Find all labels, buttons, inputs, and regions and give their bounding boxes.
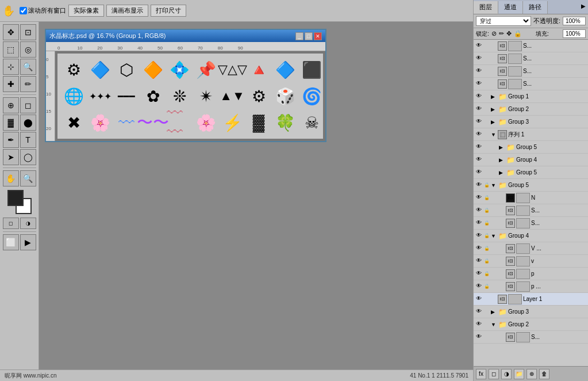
layer-visibility-icon[interactable]: 👁 xyxy=(475,80,483,88)
layer-visibility-icon[interactable]: 👁 xyxy=(475,283,483,291)
layer-row[interactable]: 👁I⊡S... xyxy=(474,40,588,52)
layer-expand-icon[interactable]: ▶ xyxy=(499,157,505,163)
layer-row[interactable]: 👁▶📁Group 2 xyxy=(474,103,588,116)
close-button[interactable]: ✕ xyxy=(314,32,322,40)
layer-row[interactable]: 👁🔒▼📁Group 5 xyxy=(474,179,588,192)
layer-row[interactable]: 👁▼⬚序列 1 xyxy=(474,128,588,141)
layer-visibility-icon[interactable]: 👁 xyxy=(475,219,483,227)
layer-mask-button[interactable]: ◻ xyxy=(489,369,499,379)
hand-tool-panel[interactable]: ✋ xyxy=(3,170,19,186)
layer-visibility-icon[interactable]: 👁 xyxy=(475,308,483,316)
layer-row[interactable]: 👁▶📁Group 5 xyxy=(474,166,588,179)
tab-channels[interactable]: 通道 xyxy=(498,1,523,14)
actual-pixels-button[interactable]: 实际像素 xyxy=(68,5,104,17)
lock-icon-image[interactable]: ✏ xyxy=(499,30,504,37)
layer-expand-icon[interactable]: ▶ xyxy=(491,106,497,112)
minimize-button[interactable]: _ xyxy=(295,32,303,40)
hand-tool-icon[interactable]: ✋ xyxy=(2,5,15,17)
move-tool[interactable]: ✥ xyxy=(3,24,19,40)
foreground-color-swatch[interactable] xyxy=(7,190,24,206)
adjustment-layer-button[interactable]: ◑ xyxy=(501,369,512,379)
scroll-all-windows-checkbox[interactable]: 滚动所有窗口 xyxy=(20,6,66,15)
layers-list[interactable]: 👁I⊡S...👁I⊡S...👁I⊡S...👁I⊡S...👁▶📁Group 1👁▶… xyxy=(474,40,588,366)
shape-tool[interactable]: ◯ xyxy=(20,149,36,165)
layer-style-button[interactable]: fx xyxy=(476,369,486,379)
layer-row[interactable]: 👁🔒I⊡S... xyxy=(474,204,588,217)
layer-visibility-icon[interactable]: 👁 xyxy=(475,118,483,126)
lock-icon-all[interactable]: 🔒 xyxy=(514,30,522,37)
layer-visibility-icon[interactable]: 👁 xyxy=(475,93,483,101)
layer-expand-icon[interactable]: ▶ xyxy=(491,119,497,125)
layer-visibility-icon[interactable]: 👁 xyxy=(475,143,483,151)
brush-tool[interactable]: ✏ xyxy=(20,76,36,92)
pen-tool[interactable]: ✒ xyxy=(3,132,19,148)
layer-visibility-icon[interactable]: 👁 xyxy=(475,55,483,63)
layer-row[interactable]: 👁🔒I⊡p xyxy=(474,268,588,280)
layer-visibility-icon[interactable]: 👁 xyxy=(475,270,483,278)
layer-row[interactable]: 👁I⊡S... xyxy=(474,78,588,90)
layer-row[interactable]: 👁🔒I⊡N xyxy=(474,192,588,204)
restore-button[interactable]: □ xyxy=(305,32,313,40)
layer-row[interactable]: 👁I⊡Layer 1 xyxy=(474,293,588,306)
layer-visibility-icon[interactable]: 👁 xyxy=(475,131,483,139)
standard-mode-button[interactable]: ◻ xyxy=(3,218,19,229)
layer-visibility-icon[interactable]: 👁 xyxy=(475,181,483,189)
healing-tool[interactable]: ✚ xyxy=(3,76,19,92)
layer-row[interactable]: 👁🔒I⊡p ... xyxy=(474,280,588,293)
tab-paths[interactable]: 路径 xyxy=(523,1,548,14)
layer-expand-icon[interactable]: ▼ xyxy=(491,322,497,327)
canvas-area[interactable]: ⚙ 🔷 ⬡ 🔶 💠 📌 ▽△▽ 🔺 🔷 ⬛ 🌐 ✦✦✦ ━━━ xyxy=(55,51,325,141)
fit-screen-button[interactable]: 满画布显示 xyxy=(106,5,148,17)
marquee-tool[interactable]: ⬚ xyxy=(3,41,19,58)
layer-expand-icon[interactable]: ▼ xyxy=(491,233,497,239)
clone-tool[interactable]: ⊕ xyxy=(3,97,19,113)
layer-expand-icon[interactable]: ▶ xyxy=(499,170,505,176)
quick-mask-button[interactable]: ◑ xyxy=(20,218,36,229)
layer-expand-icon[interactable]: ▶ xyxy=(491,94,497,100)
layer-visibility-icon[interactable]: 👁 xyxy=(475,42,483,50)
layer-visibility-icon[interactable]: 👁 xyxy=(475,232,483,240)
layer-expand-icon[interactable]: ▶ xyxy=(491,309,497,315)
layer-row[interactable]: 👁🔒I⊡v xyxy=(474,255,588,268)
layer-visibility-icon[interactable]: 👁 xyxy=(475,156,483,164)
delete-layer-button[interactable]: 🗑 xyxy=(539,369,549,379)
layer-expand-icon[interactable]: ▼ xyxy=(491,132,497,138)
lock-icon-transparent[interactable]: ⊘ xyxy=(491,30,497,37)
layer-row[interactable]: 👁I⊡S... xyxy=(474,65,588,78)
layer-visibility-icon[interactable]: 👁 xyxy=(475,67,483,75)
layer-row[interactable]: 👁▶📁Group 3 xyxy=(474,116,588,128)
tab-layers[interactable]: 图层 xyxy=(474,1,498,14)
layer-row[interactable]: 👁🔒I⊡S... xyxy=(474,217,588,230)
new-layer-button[interactable]: ⊕ xyxy=(526,369,537,379)
layer-row[interactable]: 👁▶📁Group 1 xyxy=(474,90,588,103)
extra-button[interactable]: ▶ xyxy=(20,234,36,250)
layer-visibility-icon[interactable]: 👁 xyxy=(475,257,483,265)
eyedropper-tool[interactable]: 🔍 xyxy=(20,59,36,75)
lasso-tool[interactable]: ⊡ xyxy=(20,24,36,40)
blend-mode-select[interactable]: 穿过 xyxy=(476,16,531,26)
lock-icon-position[interactable]: ✥ xyxy=(506,30,512,37)
layer-row[interactable]: 👁▶📁Group 5 xyxy=(474,141,588,154)
eraser-tool[interactable]: ◻ xyxy=(20,97,36,113)
layer-visibility-icon[interactable]: 👁 xyxy=(475,194,483,202)
gradient-tool[interactable]: ▓ xyxy=(3,115,19,131)
layer-row[interactable]: 👁🔒▼📁Group 4 xyxy=(474,230,588,242)
layer-visibility-icon[interactable]: 👁 xyxy=(475,333,483,341)
dodge-tool[interactable]: ⬤ xyxy=(20,115,36,131)
layer-row[interactable]: 👁▼📁Group 2 xyxy=(474,318,588,331)
layer-expand-icon[interactable]: ▶ xyxy=(499,144,505,150)
panel-menu-icon[interactable]: ▶ xyxy=(579,1,588,14)
layer-row[interactable]: 👁I⊡S... xyxy=(474,52,588,65)
layer-row[interactable]: 👁🔒I⊡V ... xyxy=(474,242,588,255)
screen-mode-button[interactable]: ⬜ xyxy=(3,234,19,250)
layer-row[interactable]: 👁I⊡S... xyxy=(474,331,588,344)
layer-visibility-icon[interactable]: 👁 xyxy=(475,295,483,303)
layer-expand-icon[interactable]: ▼ xyxy=(491,182,497,188)
print-size-button[interactable]: 打印尺寸 xyxy=(151,5,186,17)
opacity-value[interactable]: 100% xyxy=(563,17,586,25)
zoom-tool[interactable]: 🔍 xyxy=(20,170,36,186)
layer-visibility-icon[interactable]: 👁 xyxy=(475,169,483,177)
layer-visibility-icon[interactable]: 👁 xyxy=(475,245,483,253)
fill-value[interactable]: 100% xyxy=(563,29,586,38)
crop-tool[interactable]: ⊹ xyxy=(3,59,19,75)
